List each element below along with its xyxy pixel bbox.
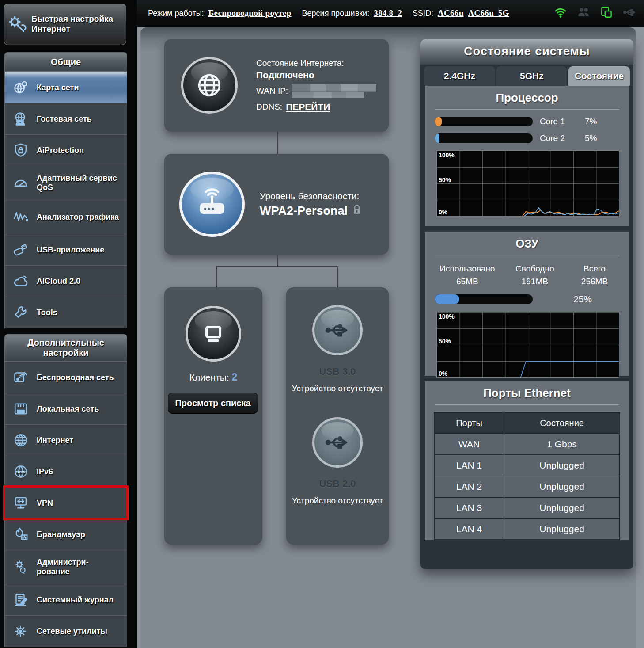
ram-axis-100: 100% bbox=[439, 313, 455, 320]
ram-bar bbox=[435, 294, 533, 304]
ram-used-value: 65MB bbox=[431, 275, 504, 288]
sidebar-item-label: AiProtection bbox=[37, 146, 84, 155]
clients-node-icon[interactable] bbox=[186, 306, 241, 362]
view-client-list-button[interactable]: Просмотр списка bbox=[168, 393, 258, 414]
device-status-icon[interactable] bbox=[600, 6, 613, 21]
sidebar-item-wan[interactable]: Интернет bbox=[5, 424, 127, 456]
cpu-axis-0: 0% bbox=[439, 209, 447, 216]
band-tabs: 2.4GHz 5GHz Состояние bbox=[424, 66, 630, 86]
sidebar-item-vpn[interactable]: VPN bbox=[5, 487, 127, 518]
sidebar-item-tools[interactable]: Tools bbox=[5, 297, 127, 328]
wan-ip-redacted bbox=[292, 84, 376, 98]
wan-ip-label: WAN IP: bbox=[256, 86, 288, 96]
sidebar-item-label: Анализатор трафика bbox=[37, 213, 119, 222]
tab-24ghz[interactable]: 2.4GHz bbox=[424, 66, 495, 86]
usb-status-icon[interactable] bbox=[623, 6, 636, 21]
ethernet-ports-table: Порты Состояние WAN 1 Gbps LAN 1 Unplugg… bbox=[434, 412, 620, 540]
ethernet-ports-section: Порты Ethernet Порты Состояние WAN 1 Gbp… bbox=[425, 381, 629, 540]
usb3-node-icon[interactable] bbox=[312, 305, 363, 355]
sidebar-item-system-log[interactable]: Системный журнал bbox=[5, 584, 127, 615]
sidebar-item-aiprotection[interactable]: AiProtection bbox=[5, 134, 127, 166]
router-node-icon[interactable] bbox=[179, 172, 245, 237]
ram-section: ОЗУ Использовано 65MB Свободно 191MB Все… bbox=[425, 232, 629, 376]
sidebar-item-traffic-analyzer[interactable]: Анализатор трафика bbox=[5, 200, 127, 234]
ethernet-ports-title: Порты Ethernet bbox=[425, 381, 629, 400]
tab-5ghz[interactable]: 5GHz bbox=[496, 66, 568, 86]
sidebar-item-label: Tools bbox=[37, 308, 57, 317]
ethernet-port-icon bbox=[11, 401, 30, 417]
port-status: 1 Gbps bbox=[504, 434, 620, 455]
mode-value-link[interactable]: Беспроводной роутер bbox=[208, 8, 292, 18]
firewall-flame-icon bbox=[11, 526, 30, 542]
wireless-icon bbox=[11, 370, 30, 385]
tab-status[interactable]: Состояние bbox=[568, 66, 630, 86]
usb3-status: Устройство отсутствует bbox=[292, 383, 383, 394]
sidebar-item-guest-network[interactable]: Гостевая сеть bbox=[5, 103, 127, 134]
aicloud-icon bbox=[11, 273, 30, 289]
port-name: LAN 3 bbox=[434, 497, 504, 518]
core2-row: Core 2 5% bbox=[425, 133, 629, 143]
sidebar-item-label: USB-приложение bbox=[37, 245, 104, 255]
ram-bar-row: 25% bbox=[425, 294, 629, 305]
sidebar-item-qos[interactable]: Адаптивный сервис QoS bbox=[5, 166, 127, 200]
sidebar-item-usb-application[interactable]: USB-приложение bbox=[5, 234, 127, 265]
ports-col-header: Порты bbox=[434, 412, 504, 434]
port-status: Unplugged bbox=[504, 518, 620, 540]
quick-setup-icon bbox=[8, 14, 27, 35]
quick-setup-label: Быстрая настройка Интернет bbox=[31, 14, 122, 34]
guest-network-icon bbox=[11, 111, 30, 127]
sidebar-item-firewall[interactable]: Брандмауэр bbox=[5, 518, 127, 550]
core2-value: 5% bbox=[585, 133, 597, 143]
lock-icon bbox=[352, 204, 362, 217]
svg-text:IPv6: IPv6 bbox=[16, 469, 26, 474]
clients-card[interactable]: Клиенты: 2 Просмотр списка bbox=[164, 287, 262, 545]
sidebar-item-label: Администри- рование bbox=[37, 558, 123, 576]
firmware-value-link[interactable]: 384.8_2 bbox=[374, 8, 402, 18]
table-row: LAN 3 Unplugged bbox=[434, 497, 620, 518]
sidebar-item-ipv6[interactable]: IPv6 IPv6 bbox=[5, 456, 127, 487]
sidebar-item-label: Адаптивный сервис QoS bbox=[37, 174, 123, 192]
sidebar-item-network-map[interactable]: Карта сети bbox=[5, 72, 127, 103]
ssid-24-link[interactable]: AC66u bbox=[438, 8, 464, 18]
internet-status-card[interactable]: Состояние Интернета: Подключено WAN IP: … bbox=[164, 39, 389, 132]
core2-bar bbox=[435, 133, 533, 143]
core1-label: Core 1 bbox=[540, 117, 575, 126]
port-name: LAN 4 bbox=[434, 518, 504, 540]
ram-used-label: Использовано bbox=[431, 263, 504, 275]
sidebar-item-label: Сетевые утилиты bbox=[37, 627, 107, 636]
connector-branch-horizontal bbox=[216, 266, 338, 267]
sidebar-item-lan[interactable]: Локальная сеть bbox=[5, 393, 127, 424]
port-name: WAN bbox=[434, 434, 504, 455]
sidebar-item-aicloud[interactable]: AiCloud 2.0 bbox=[5, 265, 127, 297]
wifi-status-icon[interactable] bbox=[554, 6, 567, 21]
security-level-value: WPA2-Personal bbox=[260, 204, 348, 218]
ram-bar-fill bbox=[435, 294, 459, 304]
connector-router-branch bbox=[277, 255, 278, 267]
usb-card[interactable]: USB 3.0 Устройство отсутствует USB 2.0 У… bbox=[286, 287, 389, 545]
connector-internet-router bbox=[277, 132, 278, 155]
ssid-label: SSID: bbox=[413, 9, 433, 18]
sidebar-item-administration[interactable]: Администри- рование bbox=[5, 550, 127, 584]
ram-axis-0: 0% bbox=[439, 370, 447, 377]
internet-globe-node-icon[interactable] bbox=[181, 57, 238, 114]
cpu-title: Процессор bbox=[425, 86, 629, 105]
quick-setup-button[interactable]: Быстрая настройка Интернет bbox=[4, 4, 126, 45]
ram-total-value: 256MB bbox=[566, 275, 623, 288]
sidebar-item-label: Беспроводная сеть bbox=[37, 373, 114, 382]
sidebar-item-wireless[interactable]: Беспроводная сеть bbox=[5, 362, 127, 393]
security-level-card[interactable]: Уровень безопасности: WPA2-Personal bbox=[164, 154, 389, 255]
aiprotection-icon bbox=[11, 142, 30, 158]
cpu-section: Процессор Core 1 7% Core 2 5% 100% 50% 0… bbox=[425, 86, 629, 226]
usb2-node-icon[interactable] bbox=[312, 417, 363, 468]
port-status: Unplugged bbox=[504, 476, 620, 497]
core1-bar-fill bbox=[435, 117, 442, 126]
clients-status-icon[interactable] bbox=[577, 6, 590, 21]
sidebar-item-label: Системный журнал bbox=[37, 595, 114, 605]
ddns-go-link[interactable]: ПЕРЕЙТИ bbox=[286, 102, 330, 112]
sidebar-item-label: Карта сети bbox=[37, 83, 79, 92]
ssid-5-link[interactable]: AC66u_5G bbox=[468, 8, 509, 18]
cpu-axis-50: 50% bbox=[439, 176, 451, 183]
sidebar-item-network-tools[interactable]: Сетевые утилиты bbox=[5, 615, 127, 647]
port-name: LAN 2 bbox=[434, 476, 504, 497]
ram-free-value: 191MB bbox=[504, 275, 566, 288]
